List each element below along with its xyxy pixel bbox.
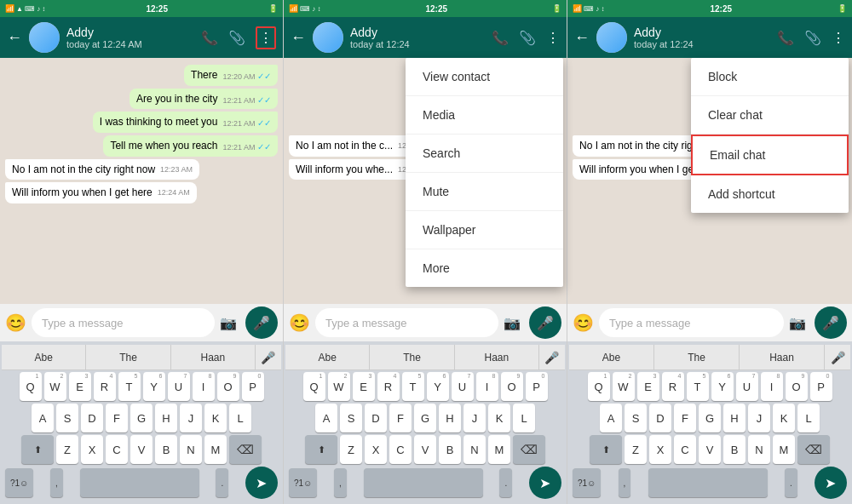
key-e-1[interactable]: 3E: [69, 372, 91, 401]
key-d-3[interactable]: D: [649, 404, 671, 432]
suggestion-haan-3[interactable]: Haan: [740, 345, 825, 369]
key-a-1[interactable]: A: [32, 404, 54, 432]
key-space-2[interactable]: [364, 468, 483, 497]
key-k-2[interactable]: K: [488, 404, 510, 432]
camera-button-1[interactable]: 📷: [220, 315, 237, 331]
key-s-2[interactable]: S: [340, 404, 362, 432]
key-l-2[interactable]: L: [513, 404, 535, 432]
key-space-1[interactable]: [80, 468, 199, 497]
key-symbols-2[interactable]: ?1☺: [289, 468, 317, 497]
key-x-2[interactable]: X: [365, 435, 387, 464]
key-u-2[interactable]: 7U: [452, 372, 474, 401]
key-h-2[interactable]: H: [439, 404, 461, 432]
key-i-2[interactable]: 8I: [476, 372, 498, 401]
avatar-1[interactable]: [29, 22, 60, 53]
camera-button-3[interactable]: 📷: [789, 315, 806, 331]
key-send-3[interactable]: ➤: [815, 467, 847, 499]
key-period-2[interactable]: .: [499, 468, 512, 497]
attach-icon-1[interactable]: 📎: [228, 30, 245, 46]
dropdown-block[interactable]: Block: [691, 58, 849, 96]
key-e-3[interactable]: 3E: [637, 372, 659, 401]
key-n-1[interactable]: N: [180, 435, 202, 464]
back-button-2[interactable]: ←: [291, 29, 306, 47]
key-shift-3[interactable]: ⬆: [590, 435, 622, 464]
key-p-3[interactable]: 0P: [810, 372, 832, 401]
key-u-1[interactable]: 7U: [168, 372, 190, 401]
suggestion-haan-2[interactable]: Haan: [455, 345, 539, 369]
key-n-3[interactable]: N: [748, 435, 770, 464]
key-q-2[interactable]: 1Q: [303, 372, 325, 401]
message-input-2[interactable]: Type a message: [315, 308, 498, 337]
key-f-1[interactable]: F: [106, 404, 128, 432]
key-v-2[interactable]: V: [414, 435, 436, 464]
back-button-3[interactable]: ←: [574, 29, 590, 47]
key-w-2[interactable]: 2W: [328, 372, 350, 401]
key-w-3[interactable]: 2W: [613, 372, 635, 401]
keyboard-mic-icon-3[interactable]: 🎤: [825, 351, 850, 364]
dropdown-view-contact[interactable]: View contact: [406, 58, 563, 96]
key-t-3[interactable]: 5T: [687, 372, 709, 401]
suggestion-the-3[interactable]: The: [654, 345, 740, 369]
key-d-2[interactable]: D: [365, 404, 387, 432]
key-z-3[interactable]: Z: [625, 435, 647, 464]
key-y-2[interactable]: 6Y: [427, 372, 449, 401]
key-q-1[interactable]: 1Q: [20, 372, 42, 401]
key-delete-3[interactable]: ⌫: [797, 435, 830, 464]
key-o-1[interactable]: 9O: [217, 372, 239, 401]
key-c-2[interactable]: C: [389, 435, 412, 464]
key-k-3[interactable]: K: [773, 404, 795, 432]
key-j-3[interactable]: J: [748, 404, 770, 432]
key-x-1[interactable]: X: [81, 435, 103, 464]
key-comma-3[interactable]: ,: [619, 468, 631, 497]
suggestion-abe-3[interactable]: Abe: [569, 345, 654, 369]
key-delete-1[interactable]: ⌫: [229, 435, 262, 464]
key-g-3[interactable]: G: [699, 404, 721, 432]
key-b-1[interactable]: B: [155, 435, 177, 464]
key-a-2[interactable]: A: [315, 404, 337, 432]
key-symbols-3[interactable]: ?1☺: [573, 468, 601, 497]
key-j-1[interactable]: J: [180, 404, 202, 432]
key-period-3[interactable]: .: [785, 468, 797, 497]
attach-icon-3[interactable]: 📎: [804, 30, 821, 46]
more-options-button-3[interactable]: ⋮: [832, 30, 845, 46]
mic-button-2[interactable]: 🎤: [529, 306, 561, 339]
dropdown-wallpaper[interactable]: Wallpaper: [406, 211, 563, 249]
suggestion-the-1[interactable]: The: [86, 345, 170, 369]
phone-icon-1[interactable]: 📞: [201, 30, 218, 46]
key-o-3[interactable]: 9O: [786, 372, 808, 401]
key-p-1[interactable]: 0P: [242, 372, 264, 401]
key-d-1[interactable]: D: [81, 404, 103, 432]
key-x-3[interactable]: X: [649, 435, 671, 464]
phone-icon-2[interactable]: 📞: [492, 30, 509, 46]
key-space-3[interactable]: [648, 468, 768, 497]
suggestion-haan-1[interactable]: Haan: [171, 345, 256, 369]
key-v-1[interactable]: V: [130, 435, 153, 464]
key-i-3[interactable]: 8I: [761, 372, 783, 401]
mic-button-3[interactable]: 🎤: [815, 306, 847, 339]
phone-icon-3[interactable]: 📞: [777, 30, 794, 46]
key-comma-1[interactable]: ,: [50, 468, 63, 497]
key-f-3[interactable]: F: [674, 404, 696, 432]
dropdown-search[interactable]: Search: [406, 135, 563, 173]
key-a-3[interactable]: A: [600, 404, 622, 432]
more-options-button-2[interactable]: ⋮: [546, 30, 560, 46]
key-g-2[interactable]: G: [414, 404, 436, 432]
key-c-1[interactable]: C: [106, 435, 128, 464]
key-shift-1[interactable]: ⬆: [21, 435, 54, 464]
key-y-1[interactable]: 6Y: [143, 372, 165, 401]
key-m-1[interactable]: M: [204, 435, 227, 464]
key-h-3[interactable]: H: [723, 404, 746, 432]
key-t-1[interactable]: 5T: [118, 372, 141, 401]
key-send-2[interactable]: ➤: [529, 467, 561, 499]
dropdown-more[interactable]: More: [406, 249, 563, 287]
key-h-1[interactable]: H: [155, 404, 177, 432]
avatar-3[interactable]: [596, 22, 627, 53]
key-q-3[interactable]: 1Q: [588, 372, 610, 401]
attach-icon-2[interactable]: 📎: [519, 30, 536, 46]
key-r-1[interactable]: 4R: [94, 372, 116, 401]
key-k-1[interactable]: K: [204, 404, 227, 432]
message-input-1[interactable]: Type a message: [32, 308, 215, 337]
emoji-button-3[interactable]: 😊: [573, 312, 594, 333]
key-b-2[interactable]: B: [439, 435, 461, 464]
key-o-2[interactable]: 9O: [501, 372, 523, 401]
